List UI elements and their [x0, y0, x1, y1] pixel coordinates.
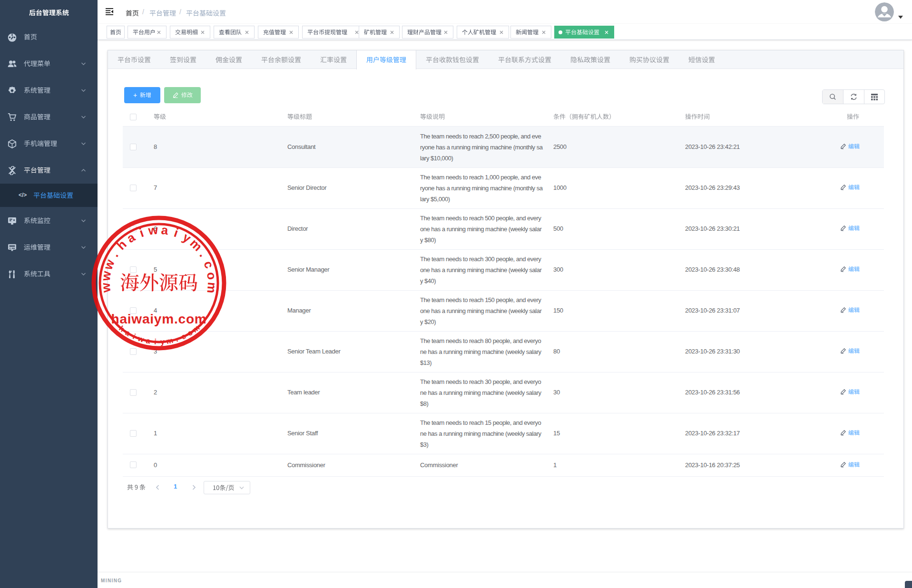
svg-text:m: m	[205, 282, 220, 294]
svg-text:h: h	[114, 237, 129, 253]
svg-text:a: a	[145, 336, 151, 345]
svg-text:w: w	[98, 270, 114, 282]
svg-text:i: i	[137, 225, 146, 240]
svg-text:y: y	[160, 338, 165, 346]
svg-text:.: .	[108, 249, 121, 259]
svg-text:haiwaiym.com: haiwaiym.com	[111, 312, 206, 326]
svg-text:w: w	[100, 257, 118, 272]
svg-text:w: w	[137, 334, 146, 343]
svg-text:.: .	[196, 249, 210, 259]
svg-text:i: i	[154, 338, 157, 346]
svg-text:m: m	[166, 336, 174, 345]
svg-text:c: c	[201, 259, 216, 270]
svg-text:i: i	[172, 225, 180, 240]
svg-text:a: a	[124, 230, 138, 245]
svg-text:w: w	[147, 223, 159, 238]
svg-text:a: a	[160, 223, 169, 237]
svg-text:w: w	[98, 282, 114, 294]
